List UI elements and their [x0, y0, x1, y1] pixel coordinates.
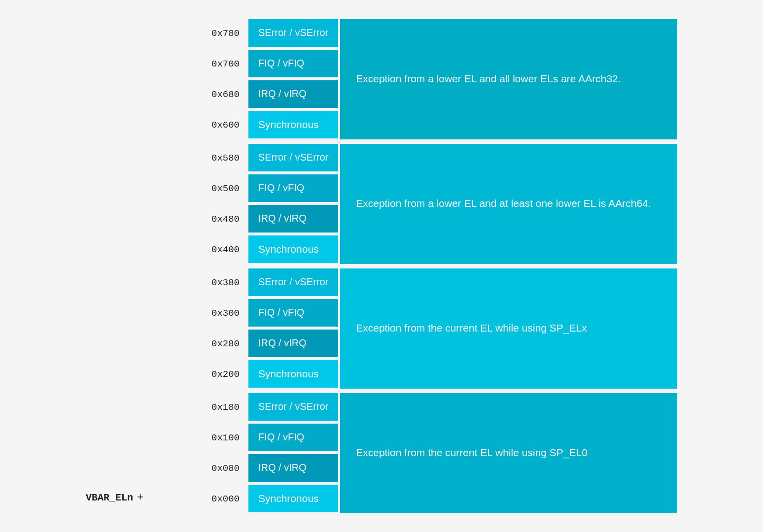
group-block-group1: 0x180SError / vSError0x100FIQ / vFIQ0x08… — [184, 393, 677, 513]
description-cell: Exception from a lower EL and at least o… — [340, 144, 677, 264]
type-cell: FIQ / vFIQ — [248, 50, 338, 78]
type-cell: SError / vSError — [248, 19, 338, 48]
vector-table: 0x780SError / vSError0x700FIQ / vFIQ0x68… — [184, 19, 677, 513]
type-cell: Synchronous — [248, 485, 338, 513]
table-row: 0x200Synchronous — [184, 360, 338, 389]
type-cell: IRQ / vIRQ — [248, 454, 338, 483]
table-row: 0x300FIQ / vFIQ — [184, 299, 338, 328]
type-cell: IRQ / vIRQ — [248, 330, 338, 358]
description-cell: Exception from a lower EL and all lower … — [340, 19, 677, 139]
table-row: 0x500FIQ / vFIQ — [184, 174, 338, 203]
type-cell: SError / vSError — [248, 144, 338, 172]
table-row: 0x080IRQ / vIRQ — [184, 454, 338, 483]
offset-cell: 0x280 — [184, 330, 248, 358]
offset-cell: 0x000 — [184, 485, 248, 513]
group-block-group3: 0x580SError / vSError0x500FIQ / vFIQ0x48… — [184, 144, 677, 264]
description-cell: Exception from the current EL while usin… — [340, 268, 677, 389]
group-block-group4: 0x780SError / vSError0x700FIQ / vFIQ0x68… — [184, 19, 677, 139]
type-cell: IRQ / vIRQ — [248, 80, 338, 109]
main-container: VBAR_ELn + 0x780SError / vSError0x700FIQ… — [86, 19, 677, 513]
type-cell: IRQ / vIRQ — [248, 205, 338, 233]
description-cell: Exception from the current EL while usin… — [340, 393, 677, 513]
offset-cell: 0x700 — [184, 50, 248, 78]
offset-cell: 0x080 — [184, 454, 248, 483]
table-row: 0x180SError / vSError — [184, 393, 338, 422]
offset-cell: 0x200 — [184, 360, 248, 389]
type-cell: FIQ / vFIQ — [248, 424, 338, 452]
group-entries-group4: 0x780SError / vSError0x700FIQ / vFIQ0x68… — [184, 19, 338, 139]
type-cell: SError / vSError — [248, 393, 338, 422]
table-row: 0x380SError / vSError — [184, 268, 338, 297]
table-row: 0x400Synchronous — [184, 235, 338, 264]
vbar-text: VBAR_ELn — [86, 492, 133, 503]
table-row: 0x100FIQ / vFIQ — [184, 424, 338, 452]
offset-cell: 0x580 — [184, 144, 248, 172]
offset-cell: 0x680 — [184, 80, 248, 109]
vbar-label-row: VBAR_ELn + — [86, 483, 179, 513]
type-cell: Synchronous — [248, 360, 338, 389]
offset-cell: 0x780 — [184, 19, 248, 48]
left-label-column: VBAR_ELn + — [86, 19, 184, 513]
group-entries-group3: 0x580SError / vSError0x500FIQ / vFIQ0x48… — [184, 144, 338, 264]
group-entries-group2: 0x380SError / vSError0x300FIQ / vFIQ0x28… — [184, 268, 338, 389]
table-row: 0x480IRQ / vIRQ — [184, 205, 338, 233]
table-row: 0x700FIQ / vFIQ — [184, 50, 338, 78]
type-cell: FIQ / vFIQ — [248, 174, 338, 203]
offset-cell: 0x100 — [184, 424, 248, 452]
table-row: 0x680IRQ / vIRQ — [184, 80, 338, 109]
type-cell: Synchronous — [248, 111, 338, 139]
group-entries-group1: 0x180SError / vSError0x100FIQ / vFIQ0x08… — [184, 393, 338, 513]
type-cell: FIQ / vFIQ — [248, 299, 338, 328]
offset-cell: 0x400 — [184, 235, 248, 264]
type-cell: Synchronous — [248, 235, 338, 264]
plus-sign: + — [137, 492, 143, 504]
offset-cell: 0x480 — [184, 205, 248, 233]
table-row: 0x280IRQ / vIRQ — [184, 330, 338, 358]
offset-cell: 0x380 — [184, 268, 248, 297]
table-row: 0x000Synchronous — [184, 485, 338, 513]
type-cell: SError / vSError — [248, 268, 338, 297]
table-row: 0x580SError / vSError — [184, 144, 338, 172]
table-row: 0x600Synchronous — [184, 111, 338, 139]
offset-cell: 0x600 — [184, 111, 248, 139]
table-row: 0x780SError / vSError — [184, 19, 338, 48]
group-block-group2: 0x380SError / vSError0x300FIQ / vFIQ0x28… — [184, 268, 677, 389]
offset-cell: 0x500 — [184, 174, 248, 203]
offset-cell: 0x300 — [184, 299, 248, 328]
offset-cell: 0x180 — [184, 393, 248, 422]
